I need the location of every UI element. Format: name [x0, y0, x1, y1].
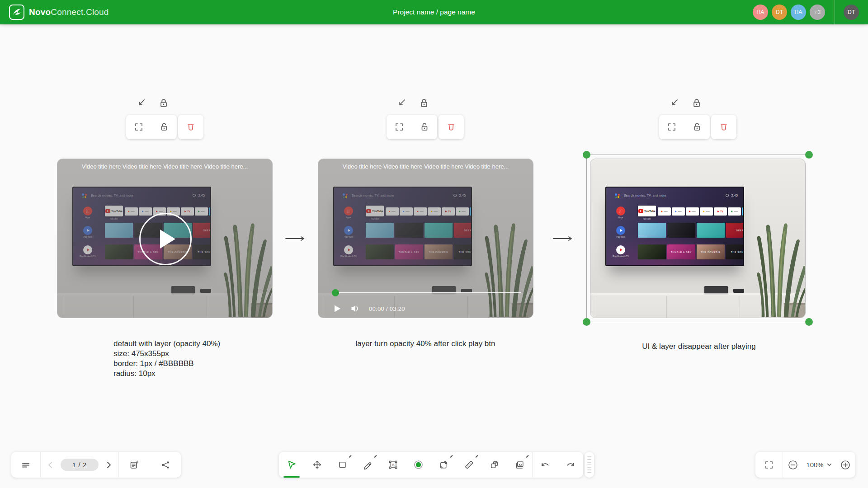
zoom-level-value: 100%	[806, 461, 823, 469]
play-button[interactable]	[139, 213, 192, 265]
dim-layer	[318, 159, 533, 318]
frame2-controls	[387, 96, 464, 139]
tv-app-tile	[672, 207, 685, 216]
lock-open-button[interactable]	[151, 115, 177, 139]
video-frame-3[interactable]: Search movies, TV, and more2:45AppsPlay …	[590, 159, 806, 318]
delete-button[interactable]	[178, 115, 203, 139]
expand-button[interactable]	[387, 115, 412, 139]
resize-handle-top-right[interactable]	[805, 151, 813, 159]
tv-sidebar: AppsPlay NextPlay Movies & TV	[611, 206, 631, 264]
media-box	[704, 286, 728, 293]
select-tool[interactable]	[279, 452, 304, 478]
shrink-icon[interactable]	[668, 97, 680, 109]
video-frame-2[interactable]: Search movies, TV, and more2:45AppsPlay …	[318, 159, 533, 318]
header-right: HADTHA+3 DT	[753, 0, 868, 24]
logo-icon	[9, 5, 24, 20]
player-play-button[interactable]	[331, 302, 344, 315]
tv-app-tile	[700, 207, 713, 216]
assistant-icon	[614, 192, 620, 198]
flow-arrow-2	[553, 235, 574, 242]
zoom-out-button[interactable]	[783, 452, 803, 478]
share-button[interactable]	[150, 452, 181, 478]
move-tool[interactable]	[304, 452, 330, 478]
pages-toolbar: 1 / 2	[11, 452, 181, 478]
pen-tool[interactable]	[355, 452, 380, 478]
delete-button[interactable]	[439, 115, 464, 139]
video-title: Video title here Video title here Video …	[66, 163, 263, 170]
canvas[interactable]: NovoConnect.Cloud Project name / page na…	[0, 0, 868, 488]
breadcrumb: Project name / page name	[0, 0, 868, 24]
shape-tool[interactable]	[330, 452, 355, 478]
text-tool[interactable]: A	[380, 452, 406, 478]
flow-arrow-1	[285, 235, 306, 242]
playback-time: 00:00 / 03:20	[369, 305, 405, 312]
menu-button[interactable]	[11, 452, 40, 478]
tv-app-tile	[728, 207, 741, 216]
tv-thumbnail	[697, 223, 725, 238]
undo-button[interactable]	[533, 452, 558, 478]
expand-button[interactable]	[659, 115, 684, 139]
progress-bar[interactable]	[335, 292, 521, 293]
tv-clock: 2:45	[726, 193, 738, 197]
submenu-indicator	[374, 455, 377, 458]
add-page-button[interactable]	[119, 452, 150, 478]
tv-sidebar-item: Play Movies & TV	[611, 245, 631, 258]
tv-thumbnail: THE SOURCE	[726, 244, 743, 259]
lock-open-button[interactable]	[412, 115, 437, 139]
delete-button[interactable]	[711, 115, 736, 139]
submenu-indicator	[450, 455, 453, 458]
lock-open-button[interactable]	[684, 115, 710, 139]
resize-handle-bottom-left[interactable]	[583, 318, 590, 326]
remote-control	[733, 289, 744, 293]
tv-app-tile-featured: YouTubeYouTube	[638, 206, 656, 216]
avatar[interactable]: HA	[753, 5, 768, 20]
video-title: Video title here Video title here Video …	[327, 163, 524, 170]
zoom-controls: 100%	[783, 452, 855, 478]
pointer-dot-tool[interactable]	[406, 452, 431, 478]
avatar[interactable]: DT	[772, 5, 787, 20]
tv-thumbnail	[667, 223, 695, 238]
avatar[interactable]: +3	[810, 5, 825, 20]
resize-handle-top-left[interactable]	[583, 151, 590, 159]
header-divider	[835, 0, 835, 24]
eraser-tool[interactable]	[431, 452, 456, 478]
volume-button[interactable]	[349, 302, 362, 315]
television: Search movies, TV, and more2:45AppsPlay …	[605, 187, 744, 266]
progress-handle[interactable]	[332, 289, 339, 296]
tv-sidebar-item: Play Next	[611, 225, 631, 238]
shrink-icon[interactable]	[396, 97, 407, 109]
video-frame-1[interactable]: Search movies, TV, and more2:45AppsPlay …	[57, 159, 273, 318]
lock-closed-icon[interactable]	[418, 97, 430, 109]
image-tool[interactable]	[507, 452, 532, 478]
next-page-button[interactable]	[99, 452, 118, 478]
zoom-in-button[interactable]	[835, 452, 855, 478]
logo-text: NovoConnect.Cloud	[29, 7, 109, 17]
video-still: Search movies, TV, and more2:45AppsPlay …	[590, 159, 805, 318]
ruler-tool[interactable]	[456, 452, 481, 478]
tv-thumbnail: TUMBLE & DRY	[667, 244, 695, 259]
page-indicator: 1 / 2	[61, 459, 99, 471]
lock-closed-icon[interactable]	[691, 97, 703, 109]
svg-text:A: A	[392, 462, 395, 467]
fullscreen-button[interactable]	[755, 452, 783, 478]
current-user-avatar[interactable]: DT	[844, 5, 859, 20]
resize-handle-bottom-right[interactable]	[805, 318, 813, 326]
tv-thumbnails-row: DEEP	[638, 223, 743, 238]
lock-closed-icon[interactable]	[158, 97, 170, 109]
play-triangle-icon	[160, 230, 175, 249]
plant	[753, 208, 806, 318]
tv-app-tile	[742, 207, 743, 216]
chevron-down-icon	[826, 462, 832, 468]
shrink-icon[interactable]	[135, 97, 147, 109]
app-header: NovoConnect.Cloud Project name / page na…	[0, 0, 868, 24]
toolbar-drag-handle[interactable]	[585, 452, 594, 478]
tv-thumbnail: DEEP	[726, 223, 743, 238]
avatar[interactable]: HA	[791, 5, 806, 20]
expand-button[interactable]	[126, 115, 151, 139]
redo-button[interactable]	[558, 452, 583, 478]
prev-page-button[interactable]	[41, 452, 61, 478]
submenu-indicator	[475, 455, 478, 458]
zoom-level-dropdown[interactable]: 100%	[803, 461, 835, 469]
frame2-caption: layer turn opacity 40% after click play …	[356, 339, 495, 349]
duplicate-tool[interactable]	[481, 452, 507, 478]
